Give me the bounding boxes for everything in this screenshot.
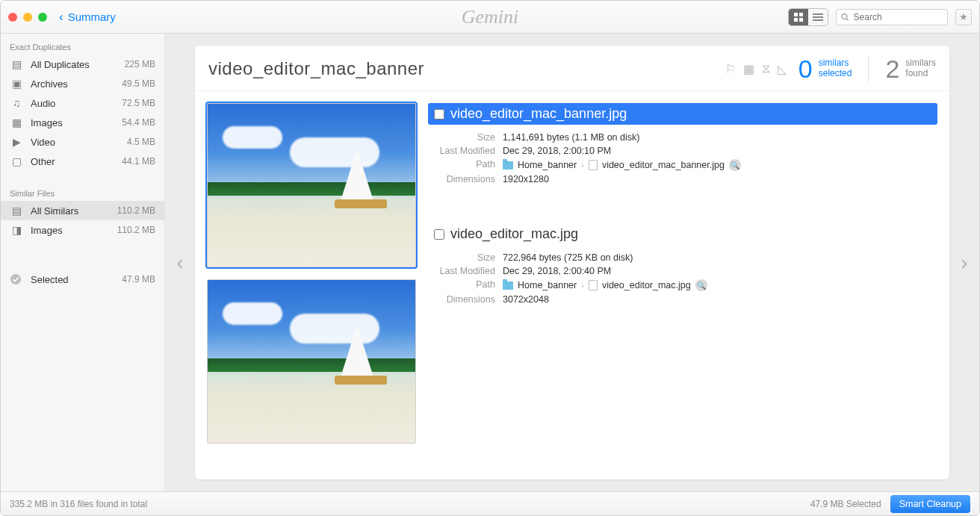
stack-icon: ▤ [10,58,23,70]
file-entry: video_editor_mac.jpg Size722,964 bytes (… [428,223,937,306]
check-circle-icon [10,273,23,285]
audio-icon: ♫ [10,97,23,109]
tag-icon[interactable]: ⚐ [725,62,736,76]
file-icon [589,280,598,290]
view-toggle [788,8,828,26]
svg-rect-4 [813,13,823,15]
grid-view-button[interactable] [789,9,808,25]
star-icon: ★ [959,11,968,22]
file-modified: Dec 29, 2018, 2:00:40 PM [503,266,611,276]
chevron-right-icon: › [961,251,967,275]
svg-rect-6 [813,19,823,21]
file-entry: video_editor_mac_banner.jpg Size1,141,69… [428,103,937,186]
size-icon[interactable]: ⧖ [762,62,770,76]
sidebar-item-video[interactable]: ▶ Video 4.5 MB [1,132,164,152]
titlebar: ‹ Summary Gemini ★ [1,1,979,34]
file-modified: Dec 29, 2018, 2:00:10 PM [503,146,611,156]
file-header[interactable]: video_editor_mac.jpg [428,223,937,245]
chevron-right-icon: › [581,161,584,170]
sidebar-item-audio[interactable]: ♫ Audio 72.5 MB [1,93,164,113]
chevron-left-icon: ‹ [176,251,183,275]
status-bar: 335.2 MB in 316 files found in total 47.… [1,491,979,515]
sidebar-item-all-similars[interactable]: ▤ All Similars 110.2 MB [1,201,164,220]
chevron-left-icon: ‹ [59,10,63,25]
svg-rect-2 [794,18,798,22]
svg-rect-3 [799,18,803,22]
thumbnail[interactable] [207,279,416,444]
document-icon: ▢ [10,155,23,167]
image-icon: ▦ [10,116,23,128]
stat-found: 2 similarsfound [885,56,936,81]
search-field[interactable] [836,9,948,25]
list-view-button[interactable] [808,9,828,25]
svg-point-9 [10,274,21,285]
stack-icon: ▤ [10,205,23,217]
svg-rect-0 [794,13,798,16]
reveal-button[interactable]: 🔍 [695,279,707,291]
back-button[interactable]: ‹ Summary [59,10,116,25]
image-icon: ◨ [10,224,23,236]
summary-text: 335.2 MB in 316 files found in total [10,499,147,509]
calendar-icon[interactable]: ▦ [743,62,754,76]
file-path: Home_banner › video_editor_mac_banner.jp… [503,159,741,171]
grid-icon [794,13,803,22]
sidebar: Exact Duplicates ▤ All Duplicates 225 MB… [1,34,165,491]
sidebar-item-all-duplicates[interactable]: ▤ All Duplicates 225 MB [1,55,164,74]
file-details: video_editor_mac_banner.jpg Size1,141,69… [428,103,937,467]
stat-selected: 0 similarsselected [798,56,852,81]
sort-icons: ⚐ ▦ ⧖ ◺ [725,62,787,76]
prev-group-button[interactable]: ‹ [165,34,195,491]
close-window-button[interactable] [8,13,17,22]
favorites-button[interactable]: ★ [955,9,972,25]
file-size: 1,141,691 bytes (1.1 MB on disk) [503,132,639,143]
group-title: video_editor_mac_banner [208,58,424,79]
sidebar-heading-exact: Exact Duplicates [1,38,164,55]
sidebar-item-other[interactable]: ▢ Other 44.1 MB [1,152,164,171]
reveal-button[interactable]: 🔍 [729,159,741,171]
dimensions-icon[interactable]: ◺ [778,62,787,76]
file-dimensions: 3072x2048 [503,294,549,305]
sidebar-item-images[interactable]: ▦ Images 54.4 MB [1,113,164,132]
svg-line-8 [846,18,849,20]
folder-icon [503,282,513,290]
svg-rect-5 [813,16,823,18]
next-group-button[interactable]: › [949,34,979,491]
thumbnail[interactable] [207,103,416,267]
sidebar-item-similar-images[interactable]: ◨ Images 110.2 MB [1,220,164,240]
svg-point-7 [842,13,847,19]
chevron-right-icon: › [581,281,584,290]
zoom-window-button[interactable] [38,13,47,22]
sidebar-heading-similar: Similar Files [1,184,164,201]
folder-icon [503,161,513,170]
video-icon: ▶ [10,136,23,148]
smart-cleanup-button[interactable]: Smart Cleanup [890,495,970,513]
back-label: Summary [68,10,116,23]
svg-rect-1 [799,13,803,16]
selected-text: 47.9 MB Selected [810,499,881,509]
search-input[interactable] [854,12,943,22]
content-area: ‹ video_editor_mac_banner ⚐ ▦ ⧖ ◺ 0 [165,34,979,491]
sidebar-item-selected[interactable]: Selected 47.9 MB [1,270,164,289]
sidebar-item-archives[interactable]: ▣ Archives 49.5 MB [1,74,164,93]
file-icon [589,160,598,170]
select-checkbox[interactable] [434,109,444,119]
divider [868,56,869,81]
archive-icon: ▣ [10,78,23,90]
file-size: 722,964 bytes (725 KB on disk) [503,252,633,263]
window-controls [8,13,47,22]
select-checkbox[interactable] [434,229,444,240]
app-logo: Gemini [462,6,519,28]
detail-panel: video_editor_mac_banner ⚐ ▦ ⧖ ◺ 0 simila… [195,46,949,479]
file-dimensions: 1920x1280 [503,174,549,184]
list-icon [813,13,823,21]
file-header[interactable]: video_editor_mac_banner.jpg [428,103,937,125]
file-name: video_editor_mac.jpg [450,226,578,242]
search-icon [841,13,849,22]
file-name: video_editor_mac_banner.jpg [450,106,627,122]
minimize-window-button[interactable] [23,13,32,22]
thumbnail-column [207,103,416,467]
file-path: Home_banner › video_editor_mac.jpg 🔍 [503,279,707,291]
